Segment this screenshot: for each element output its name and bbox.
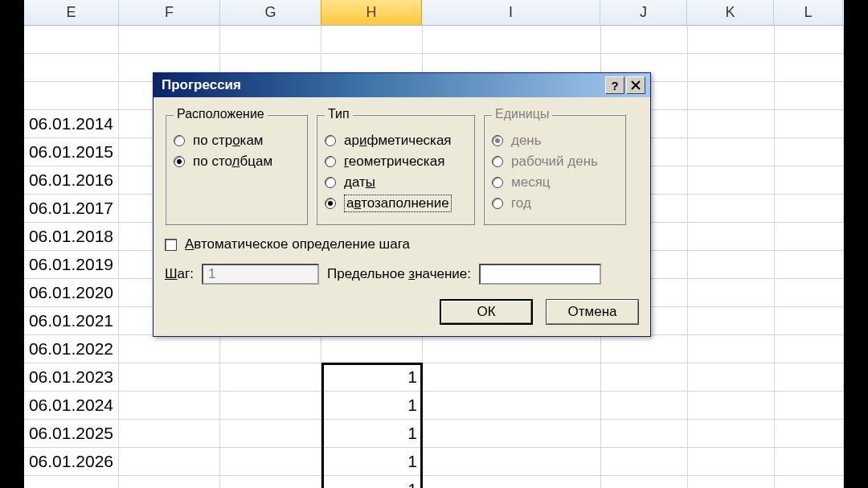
option-arithmetic[interactable]: арифметическая bbox=[325, 133, 466, 149]
cell-E[interactable] bbox=[24, 476, 119, 488]
cell-E[interactable]: 06.01.2015 bbox=[24, 138, 119, 166]
option-by-rows[interactable]: по строкам bbox=[174, 133, 299, 149]
cell-K[interactable] bbox=[688, 223, 775, 250]
cell-K[interactable] bbox=[688, 251, 775, 278]
cell-H[interactable] bbox=[321, 26, 423, 53]
cell-E[interactable]: 06.01.2026 bbox=[24, 448, 119, 475]
cell-L[interactable] bbox=[775, 26, 844, 53]
cell-G[interactable] bbox=[220, 420, 321, 447]
cell-I[interactable] bbox=[423, 335, 601, 363]
cell-L[interactable] bbox=[775, 476, 844, 488]
column-header-K[interactable]: K bbox=[687, 0, 774, 25]
option-geometric[interactable]: геометрическая bbox=[325, 154, 466, 170]
cell-F[interactable] bbox=[119, 420, 220, 447]
cell-E[interactable]: 06.01.2018 bbox=[24, 223, 119, 250]
cell-H[interactable]: 1 bbox=[321, 420, 423, 447]
cell-H[interactable] bbox=[321, 335, 423, 363]
help-button[interactable]: ? bbox=[605, 76, 624, 94]
cell-F[interactable] bbox=[119, 392, 220, 419]
cell-K[interactable] bbox=[688, 54, 775, 81]
cell-G[interactable] bbox=[220, 392, 321, 419]
cell-L[interactable] bbox=[775, 392, 844, 419]
cell-L[interactable] bbox=[775, 448, 844, 475]
cell-E[interactable]: 06.01.2023 bbox=[24, 363, 119, 391]
cell-I[interactable] bbox=[423, 420, 601, 447]
cell-L[interactable] bbox=[775, 54, 844, 81]
column-header-L[interactable]: L bbox=[774, 0, 843, 25]
cell-E[interactable]: 06.01.2019 bbox=[24, 251, 119, 278]
cell-K[interactable] bbox=[688, 420, 775, 447]
cell-K[interactable] bbox=[688, 392, 775, 419]
cell-L[interactable] bbox=[775, 335, 844, 363]
cell-K[interactable] bbox=[688, 195, 775, 222]
cell-L[interactable] bbox=[775, 363, 844, 391]
cell-J[interactable] bbox=[601, 420, 688, 447]
cell-K[interactable] bbox=[688, 82, 775, 109]
cell-F[interactable] bbox=[119, 476, 220, 488]
cell-E[interactable] bbox=[24, 26, 119, 53]
cell-G[interactable] bbox=[220, 448, 321, 475]
cell-K[interactable] bbox=[688, 138, 775, 166]
cell-L[interactable] bbox=[775, 195, 844, 222]
cell-J[interactable] bbox=[601, 476, 688, 488]
cell-L[interactable] bbox=[775, 420, 844, 447]
cell-G[interactable] bbox=[220, 363, 321, 391]
close-button[interactable] bbox=[626, 76, 645, 94]
cell-I[interactable] bbox=[423, 476, 601, 488]
cell-L[interactable] bbox=[775, 279, 844, 306]
titlebar[interactable]: Прогрессия ? bbox=[154, 73, 650, 97]
cell-H[interactable]: 1 bbox=[321, 363, 423, 391]
cell-J[interactable] bbox=[601, 448, 688, 475]
cell-K[interactable] bbox=[688, 363, 775, 391]
cell-L[interactable] bbox=[775, 110, 844, 137]
auto-step-checkbox[interactable]: Автоматическое определение шага bbox=[165, 236, 639, 252]
column-header-H[interactable]: H bbox=[321, 0, 422, 25]
cell-E[interactable]: 06.01.2021 bbox=[24, 307, 119, 334]
cell-K[interactable] bbox=[688, 476, 775, 488]
cell-G[interactable] bbox=[220, 335, 321, 363]
cell-I[interactable] bbox=[423, 363, 601, 391]
option-autofill[interactable]: автозаполнение bbox=[325, 195, 466, 211]
cell-J[interactable] bbox=[601, 392, 688, 419]
cell-H[interactable]: 1 bbox=[321, 476, 423, 488]
cell-E[interactable] bbox=[24, 54, 119, 81]
cell-L[interactable] bbox=[775, 138, 844, 166]
cell-I[interactable] bbox=[423, 26, 601, 53]
cell-J[interactable] bbox=[601, 335, 688, 363]
cell-K[interactable] bbox=[688, 166, 775, 194]
cell-G[interactable] bbox=[220, 26, 321, 53]
cell-I[interactable] bbox=[423, 392, 601, 419]
cell-K[interactable] bbox=[688, 307, 775, 334]
column-header-E[interactable]: E bbox=[24, 0, 119, 25]
cell-L[interactable] bbox=[775, 166, 844, 194]
column-header-G[interactable]: G bbox=[220, 0, 321, 25]
cell-K[interactable] bbox=[688, 335, 775, 363]
ok-button[interactable]: ОК bbox=[440, 299, 533, 325]
cell-E[interactable]: 06.01.2022 bbox=[24, 335, 119, 363]
cell-F[interactable] bbox=[119, 26, 220, 53]
cell-L[interactable] bbox=[775, 223, 844, 250]
cancel-button[interactable]: Отмена bbox=[546, 299, 639, 325]
column-header-I[interactable]: I bbox=[422, 0, 600, 25]
cell-E[interactable]: 06.01.2020 bbox=[24, 279, 119, 306]
cell-F[interactable] bbox=[119, 448, 220, 475]
cell-L[interactable] bbox=[775, 82, 844, 109]
option-dates[interactable]: даты bbox=[325, 174, 466, 191]
column-header-J[interactable]: J bbox=[600, 0, 687, 25]
step-input[interactable]: 1 bbox=[202, 264, 319, 285]
column-header-F[interactable]: F bbox=[119, 0, 220, 25]
cell-E[interactable]: 06.01.2017 bbox=[24, 195, 119, 222]
limit-input[interactable] bbox=[479, 264, 601, 285]
cell-K[interactable] bbox=[688, 448, 775, 475]
cell-H[interactable]: 1 bbox=[321, 448, 423, 475]
cell-K[interactable] bbox=[688, 110, 775, 137]
cell-E[interactable]: 06.01.2024 bbox=[24, 392, 119, 419]
cell-E[interactable]: 06.01.2016 bbox=[24, 166, 119, 194]
cell-F[interactable] bbox=[119, 335, 220, 363]
cell-L[interactable] bbox=[775, 307, 844, 334]
cell-F[interactable] bbox=[119, 363, 220, 391]
cell-I[interactable] bbox=[423, 448, 601, 475]
cell-E[interactable]: 06.01.2025 bbox=[24, 420, 119, 447]
cell-J[interactable] bbox=[601, 26, 688, 53]
option-by-columns[interactable]: по столбцам bbox=[174, 154, 299, 170]
